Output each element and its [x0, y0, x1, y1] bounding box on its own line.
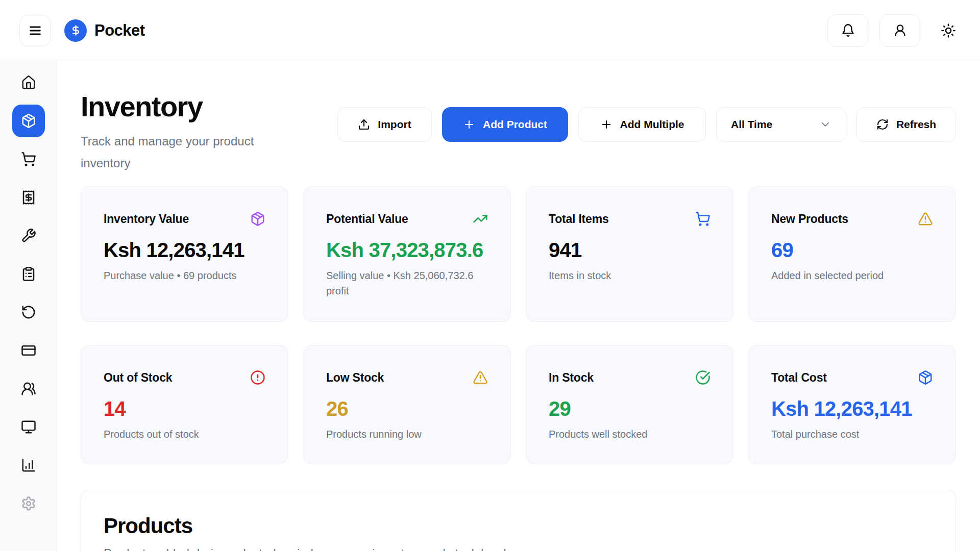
brand[interactable]: Pocket — [64, 19, 145, 42]
refresh-icon — [876, 118, 889, 131]
stat-card-low-stock: Low Stock 26 Products running low — [303, 345, 511, 464]
notifications-button[interactable] — [827, 14, 868, 47]
header-right — [816, 14, 956, 47]
products-section: Products Products added during selected … — [81, 490, 956, 551]
sidebar-item-history[interactable] — [12, 296, 45, 329]
stat-title: Total Items — [549, 212, 609, 226]
sidebar-item-customers[interactable] — [12, 372, 45, 405]
stat-subtitle: Products out of stock — [104, 427, 265, 442]
stat-title: Total Cost — [771, 371, 827, 385]
chevron-down-icon — [819, 118, 831, 131]
import-label: Import — [378, 118, 411, 131]
stat-value: 941 — [549, 239, 710, 262]
sidebar-item-pos[interactable] — [12, 411, 45, 443]
stat-value: Ksh 37,323,873.6 — [326, 239, 488, 262]
gear-icon — [21, 496, 36, 511]
sun-icon — [941, 23, 956, 38]
products-section-title: Products — [104, 514, 933, 538]
page-head: Inventory Track and manage your product … — [81, 92, 956, 174]
stat-title: Inventory Value — [104, 212, 189, 226]
stat-title: Potential Value — [326, 212, 408, 226]
products-section-subtitle: Products added during selected period - … — [104, 546, 933, 551]
alert-triangle-icon — [473, 370, 488, 385]
trending-up-icon — [473, 211, 488, 227]
add-multiple-button[interactable]: Add Multiple — [578, 107, 706, 142]
sidebar-item-orders[interactable] — [12, 258, 45, 290]
bar-chart-icon — [21, 458, 36, 473]
dollar-logo-icon — [64, 19, 87, 42]
shopping-cart-icon — [695, 211, 710, 227]
time-filter-value: All Time — [731, 118, 772, 131]
stat-subtitle: Total purchase cost — [771, 427, 933, 442]
stat-card-total-cost: Total Cost Ksh 12,263,141 Total purchase… — [748, 345, 956, 464]
sidebar-item-inventory[interactable] — [12, 105, 45, 137]
stat-card-out-of-stock: Out of Stock 14 Products out of stock — [81, 345, 288, 464]
account-button[interactable] — [879, 14, 920, 47]
stat-value: Ksh 12,263,141 — [104, 239, 265, 262]
time-filter-select[interactable]: All Time — [716, 107, 846, 142]
stat-title: Low Stock — [326, 371, 384, 385]
sidebar-item-settings[interactable] — [12, 487, 45, 520]
history-icon — [21, 305, 36, 320]
stat-title: Out of Stock — [104, 371, 172, 385]
stat-card-inventory-value: Inventory Value Ksh 12,263,141 Purchase … — [81, 186, 288, 322]
app-name: Pocket — [94, 21, 145, 40]
check-circle-icon — [695, 370, 710, 385]
stat-subtitle: Added in selected period — [771, 268, 933, 283]
sidebar-item-payments[interactable] — [12, 334, 45, 367]
refresh-label: Refresh — [896, 118, 936, 131]
refresh-button[interactable]: Refresh — [856, 107, 956, 142]
sidebar-nav — [0, 61, 57, 551]
bell-icon — [841, 23, 855, 37]
toolbar: Import Add Product Add Multiple All Time — [337, 107, 956, 142]
alert-triangle-icon — [918, 211, 933, 227]
sidebar-item-sales[interactable] — [12, 143, 45, 176]
stat-card-total-items: Total Items 941 Items in stock — [526, 186, 733, 322]
main-content: Inventory Track and manage your product … — [57, 61, 980, 551]
stat-subtitle: Items in stock — [549, 268, 710, 283]
menu-button[interactable] — [19, 15, 51, 46]
stat-subtitle: Products running low — [326, 427, 488, 442]
header-left: Pocket — [19, 15, 145, 46]
stat-subtitle: Selling value • Ksh 25,060,732.6 profit — [326, 268, 488, 298]
alert-circle-icon — [250, 370, 265, 385]
stat-value: 26 — [326, 397, 488, 420]
shopping-cart-icon — [21, 152, 36, 167]
stat-card-potential-value: Potential Value Ksh 37,323,873.6 Selling… — [303, 186, 511, 322]
sidebar-item-reports[interactable] — [12, 449, 45, 482]
stat-title: In Stock — [549, 371, 594, 385]
page-title-block: Inventory Track and manage your product … — [81, 92, 280, 174]
package-icon — [918, 370, 933, 385]
user-icon — [893, 23, 907, 37]
sidebar-item-home[interactable] — [12, 66, 45, 99]
wrench-icon — [21, 228, 36, 243]
theme-toggle-button[interactable] — [941, 14, 956, 47]
plus-icon — [600, 118, 612, 131]
package-icon — [250, 211, 265, 227]
stat-value: 14 — [104, 397, 265, 420]
stat-card-in-stock: In Stock 29 Products well stocked — [526, 345, 733, 464]
sidebar-item-tools[interactable] — [12, 219, 45, 252]
stat-subtitle: Purchase value • 69 products — [104, 268, 265, 283]
app-header: Pocket — [0, 0, 980, 61]
add-product-button[interactable]: Add Product — [442, 107, 568, 142]
credit-card-icon — [21, 343, 36, 358]
stat-title: New Products — [771, 212, 848, 226]
add-product-label: Add Product — [483, 118, 547, 131]
add-multiple-label: Add Multiple — [620, 118, 684, 131]
stat-value: 29 — [549, 397, 710, 420]
import-button[interactable]: Import — [337, 107, 432, 142]
users-icon — [21, 381, 36, 396]
page-subtitle: Track and manage your product inventory — [81, 130, 280, 174]
monitor-icon — [21, 419, 36, 435]
stat-card-new-products: New Products 69 Added in selected period — [748, 186, 956, 322]
clipboard-list-icon — [21, 266, 36, 282]
page-title: Inventory — [81, 92, 280, 122]
plus-icon — [463, 118, 475, 131]
home-icon — [21, 75, 36, 90]
sidebar-item-billing[interactable] — [12, 181, 45, 214]
stats-grid: Inventory Value Ksh 12,263,141 Purchase … — [81, 186, 956, 464]
receipt-icon — [21, 190, 36, 205]
upload-icon — [358, 118, 370, 131]
hamburger-icon — [28, 23, 42, 38]
